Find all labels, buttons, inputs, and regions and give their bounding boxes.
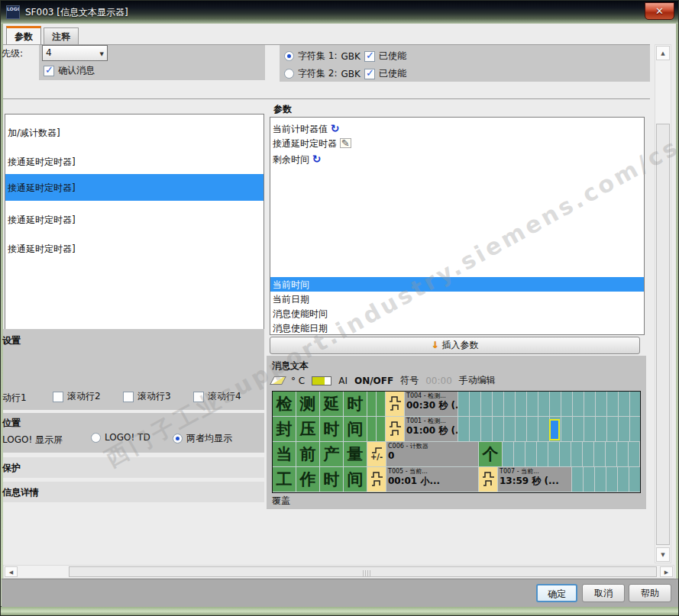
scroll-up-icon[interactable]: ▲ xyxy=(656,46,670,60)
scrollrow3-checkbox[interactable] xyxy=(123,392,134,402)
param-option[interactable]: 当前日期 xyxy=(270,292,644,308)
charset2-radio[interactable] xyxy=(284,69,294,79)
empty-cell[interactable] xyxy=(367,417,377,441)
char-cell[interactable]: 压 xyxy=(296,417,320,441)
empty-cell[interactable] xyxy=(377,392,386,416)
param-item[interactable]: 当前计时器值 ↻ xyxy=(270,121,644,137)
char-cell[interactable]: 量 xyxy=(344,442,367,466)
horizontal-scrollbar[interactable]: ◀ ▶ xyxy=(3,565,674,579)
block-list[interactable]: 加/减计数器] 接通延时定时器] 接通延时定时器] 接通延时定时器] 接通延时定… xyxy=(5,114,264,331)
param-block[interactable]: T005 - 当前... 00:01 小... xyxy=(386,467,479,492)
param-item[interactable]: 剩余时间 ↻ xyxy=(270,151,644,168)
char-cell[interactable]: 延 xyxy=(320,392,344,416)
horizontal-scroll-thumb[interactable] xyxy=(69,566,657,577)
list-item[interactable]: 加/减计数器] xyxy=(5,125,264,141)
char-cell[interactable]: 个 xyxy=(479,442,503,466)
empty-cell[interactable] xyxy=(377,417,386,441)
eraser-icon[interactable] xyxy=(270,376,286,385)
dialog-window: LOGO SF003 [信息文本显示器] ✕ 参数 注释 先级: 4 ▼ 确认消… xyxy=(0,0,679,616)
char-cell[interactable]: 测 xyxy=(296,392,320,416)
params-list[interactable]: 当前计时器值 ↻ 接通延时定时器 ✎ 剩余时间 ↻ 当前时间 当前日期 消息使能… xyxy=(270,117,645,335)
char-cell[interactable]: 作 xyxy=(296,467,320,492)
refresh-icon: ↻ xyxy=(312,153,322,165)
scrollrow3-label: 滚动行3 xyxy=(137,390,171,403)
time-tool[interactable]: 00:00 xyxy=(425,376,452,386)
pulse-icon xyxy=(370,471,383,488)
param-option[interactable]: 消息使能日期 xyxy=(270,321,644,337)
timer-icon-cell[interactable] xyxy=(386,392,405,416)
logo-app-icon: LOGO xyxy=(6,5,20,19)
manual-edit-tool[interactable]: 手动编辑 xyxy=(459,374,496,387)
scrollrow4-checkbox[interactable] xyxy=(193,392,204,402)
priority-dropdown[interactable]: 4 ▼ xyxy=(42,45,108,61)
scroll-right-icon[interactable]: ▶ xyxy=(660,566,673,577)
char-cell[interactable]: 检 xyxy=(273,392,296,416)
empty-grid-area[interactable] xyxy=(503,442,640,466)
scrollrow4: 滚动行4 xyxy=(193,390,241,403)
symbol-tool[interactable]: 符号 xyxy=(400,374,419,387)
position-opt2-radio[interactable] xyxy=(91,433,101,443)
empty-grid-area[interactable] xyxy=(458,392,640,416)
priority-label: 先级: xyxy=(2,47,23,60)
vertical-scrollbar[interactable]: ▲ ▼ xyxy=(655,44,671,563)
title-bar[interactable]: LOGO SF003 [信息文本显示器] xyxy=(1,1,679,24)
ai-tool[interactable]: AI xyxy=(338,376,348,386)
param-block[interactable]: T004 - 检测... 00:30 秒 (... xyxy=(405,392,458,416)
empty-grid-area[interactable] xyxy=(572,467,640,492)
char-cell[interactable]: 前 xyxy=(296,442,320,466)
message-toolbar: ° C AI ON/OFF 符号 00:00 手动编辑 xyxy=(272,374,496,387)
text-cursor[interactable] xyxy=(549,419,560,440)
param-option-selected[interactable]: 当前时间 xyxy=(270,277,644,292)
char-cell[interactable]: 间 xyxy=(344,467,367,492)
ack-checkbox[interactable] xyxy=(44,66,54,76)
scroll-left-icon[interactable]: ◀ xyxy=(5,566,18,577)
param-option[interactable]: 消息使能时间 xyxy=(270,306,644,322)
char-cell[interactable]: 产 xyxy=(320,442,344,466)
insert-parameter-button[interactable]: ↓ 插入参数 xyxy=(270,337,640,354)
param-item[interactable]: 接通延时定时器 ✎ xyxy=(270,136,644,152)
param-block[interactable]: C006 - 计数器 0 xyxy=(386,442,479,466)
timer-icon-cell[interactable] xyxy=(367,467,386,492)
charset2-row: 字符集 2: GBK 已使能 xyxy=(284,67,406,80)
scrollrow2-label: 滚动行2 xyxy=(67,390,101,403)
char-cell[interactable]: 时 xyxy=(320,467,344,492)
degree-c-tool[interactable]: ° C xyxy=(291,376,305,386)
ok-button[interactable]: 确定 xyxy=(536,584,577,602)
empty-cell[interactable] xyxy=(367,392,377,416)
list-item[interactable]: 接通延时定时器] xyxy=(5,154,264,170)
timer-icon-cell[interactable] xyxy=(386,417,405,441)
tab-comments[interactable]: 注释 xyxy=(44,27,79,44)
timer-icon-cell[interactable] xyxy=(479,467,498,492)
frame-left-edge xyxy=(1,24,3,606)
grid-row: 封 压 时 间 T001 - 检测... 01:00 秒 (... xyxy=(273,417,640,442)
param-block[interactable]: T001 - 检测... 01:00 秒 (... xyxy=(405,417,458,441)
help-button[interactable]: 帮助 xyxy=(629,584,671,602)
char-cell[interactable]: 工 xyxy=(273,467,296,492)
cancel-button[interactable]: 取消 xyxy=(582,584,625,602)
param-block[interactable]: T007 - 当前... 13:59 秒 (... xyxy=(498,467,572,492)
scrollrow2-checkbox[interactable] xyxy=(53,392,63,402)
char-cell[interactable]: 时 xyxy=(320,417,344,441)
position-opt3-radio[interactable] xyxy=(173,434,183,443)
priority-value: 4 xyxy=(46,47,52,58)
vertical-scroll-thumb[interactable] xyxy=(656,124,670,545)
scroll-down-icon[interactable]: ▼ xyxy=(656,547,670,562)
position-opt1-label[interactable]: LOGO! 显示屏 xyxy=(2,434,63,447)
charset2-label: 字符集 2: xyxy=(298,67,338,80)
list-item[interactable]: 接通延时定时器] xyxy=(5,241,264,257)
char-cell[interactable]: 时 xyxy=(344,392,367,416)
list-item[interactable]: 接通延时定时器] xyxy=(5,212,264,228)
message-grid[interactable]: 检 测 延 时 T004 - 检测... 00:30 秒 (... xyxy=(272,391,641,493)
charset2-enable-checkbox[interactable] xyxy=(364,69,375,79)
list-item-selected[interactable]: 接通延时定时器] xyxy=(5,174,264,201)
bargraph-icon[interactable] xyxy=(312,376,331,385)
char-cell[interactable]: 当 xyxy=(273,442,296,466)
charset1-enable-checkbox[interactable] xyxy=(364,51,375,62)
tab-parameters[interactable]: 参数 xyxy=(6,26,41,44)
char-cell[interactable]: 间 xyxy=(344,417,367,441)
onoff-tool[interactable]: ON/OFF xyxy=(354,376,393,386)
char-cell[interactable]: 封 xyxy=(273,417,296,441)
counter-icon-cell[interactable]: +/- xyxy=(367,442,386,466)
close-button[interactable]: ✕ xyxy=(645,2,674,20)
charset1-radio[interactable] xyxy=(284,51,294,61)
